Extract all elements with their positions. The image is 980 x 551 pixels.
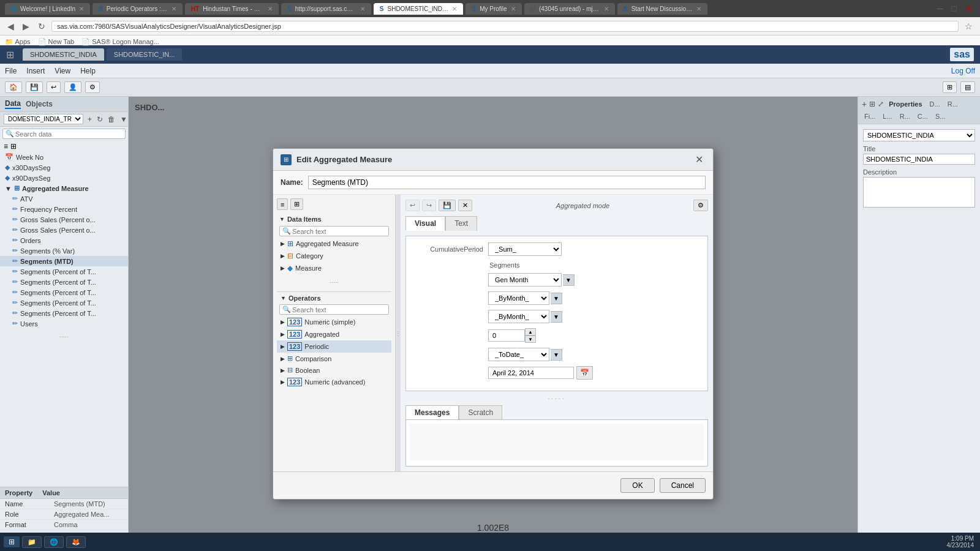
modal-op-comparison[interactable]: ▶ ⊞ Comparison xyxy=(277,353,391,364)
data-search-input[interactable] xyxy=(15,130,123,138)
browser-tab-2[interactable]: HT Hindustan Times - Brea... ✕ xyxy=(185,3,279,15)
tree-item-weekno[interactable]: 📅 Week No xyxy=(0,152,128,162)
right-panel-tab-c[interactable]: C... xyxy=(915,111,930,121)
panel-tab-objects[interactable]: Objects xyxy=(26,100,53,108)
right-panel-layout-btn[interactable]: ⊞ xyxy=(869,100,875,108)
right-panel-resize-btn[interactable]: ⤢ xyxy=(878,100,884,108)
right-panel-tab-l[interactable]: L... xyxy=(880,111,894,121)
toolbar-grid[interactable]: ⊞ xyxy=(943,81,957,93)
calendar-button[interactable]: 📅 xyxy=(576,366,593,380)
right-panel-select[interactable]: SHDOMESTIC_INDIA xyxy=(863,129,975,141)
number-input[interactable] xyxy=(488,329,525,342)
tree-item-x30[interactable]: ◆ x30DaysSeg xyxy=(0,162,128,173)
tree-item-users[interactable]: ✏ Users xyxy=(0,318,128,329)
date-input[interactable] xyxy=(488,367,574,379)
bookmark-sas[interactable]: 📄 SAS® Logon Manag... xyxy=(81,38,159,46)
tree-item-segpct1[interactable]: ✏ Segments (Percent of T... xyxy=(0,266,128,277)
menu-view[interactable]: View xyxy=(55,67,70,75)
right-panel-tab-s[interactable]: S... xyxy=(933,111,948,121)
tree-item-grosssales1[interactable]: ✏ Gross Sales (Percent o... xyxy=(0,214,128,225)
tree-item-orders[interactable]: ✏ Orders xyxy=(0,235,128,246)
menu-insert[interactable]: Insert xyxy=(26,67,45,75)
datasource-select[interactable]: DOMESTIC_INDIA_TRAN_LASR xyxy=(4,114,83,124)
close-window-button[interactable]: ✕ xyxy=(963,2,975,15)
modal-name-input[interactable] xyxy=(308,176,706,189)
modal-op-boolean[interactable]: ▶ ⊟ Boolean xyxy=(277,364,391,376)
maximize-button[interactable]: □ xyxy=(949,2,959,15)
browser-tab-5[interactable]: S My Profile ✕ xyxy=(466,3,521,15)
bymonth1-dropdown-btn[interactable]: ▼ xyxy=(551,293,562,304)
right-panel-tab-r2[interactable]: R... xyxy=(897,111,913,121)
panel-delete-btn[interactable]: 🗑 xyxy=(106,114,117,124)
number-increment-btn[interactable]: ▲ xyxy=(525,328,536,335)
modal-detail-view-btn[interactable]: ⊞ xyxy=(290,198,303,210)
resize-handle[interactable]: ⋮ xyxy=(396,195,401,471)
tab-close-7[interactable]: ✕ xyxy=(696,6,701,12)
tree-item-segpctvar[interactable]: ✏ Segments (% Var) xyxy=(0,246,128,256)
panel-tab-data[interactable]: Data xyxy=(5,99,21,109)
refresh-button[interactable]: ↻ xyxy=(36,20,48,32)
panel-filter-btn[interactable]: ▼ xyxy=(118,114,129,124)
desc-field-textarea[interactable] xyxy=(863,177,975,208)
modal-tree-agg-measure[interactable]: ▶ ⊞ Aggregated Measure xyxy=(277,238,391,250)
modal-redo-btn[interactable]: ↪ xyxy=(422,200,436,211)
right-panel-tab-r[interactable]: R... xyxy=(945,99,960,109)
modal-op-numeric-advanced[interactable]: ▶ 123 Numeric (advanced) xyxy=(277,376,391,388)
modal-undo-btn[interactable]: ↩ xyxy=(405,200,420,211)
menu-help[interactable]: Help xyxy=(80,67,96,75)
modal-ok-button[interactable]: OK xyxy=(620,478,654,493)
app-tab-1[interactable]: SHDOMESTIC_IN... xyxy=(107,48,183,61)
taskbar-firefox[interactable]: 🦊 xyxy=(66,536,86,548)
tree-item-segpct5[interactable]: ✏ Segments (Percent of T... xyxy=(0,308,128,318)
modal-tab-text[interactable]: Text xyxy=(445,216,477,231)
toolbar-save[interactable]: 💾 xyxy=(26,81,43,93)
browser-tab-7[interactable]: S Start New Discussion | ... ✕ xyxy=(617,3,707,15)
right-panel-tab-properties[interactable]: Properties xyxy=(886,99,924,109)
view-detail-btn[interactable]: ⊞ xyxy=(10,142,17,151)
modal-tab-visual[interactable]: Visual xyxy=(405,216,445,231)
gen-month-select[interactable]: Gen Month xyxy=(488,273,562,287)
messages-textarea[interactable] xyxy=(410,424,704,460)
tree-item-x90[interactable]: ◆ x90DaysSeg xyxy=(0,173,128,183)
tab-close-3[interactable]: ✕ xyxy=(360,6,365,12)
taskbar-file-manager[interactable]: 📁 xyxy=(22,536,42,548)
tree-item-grosssales2[interactable]: ✏ Gross Sales (Percent o... xyxy=(0,225,128,235)
bymonth2-select[interactable]: _ByMonth_ xyxy=(488,310,549,323)
url-bar[interactable]: sas.via.com:7980/SASVisualAnalyticsDesig… xyxy=(51,21,959,32)
browser-tab-0[interactable]: in Welcome! | LinkedIn ✕ xyxy=(5,3,90,15)
bottom-tab-messages[interactable]: Messages xyxy=(405,405,459,419)
bymonth2-dropdown-btn[interactable]: ▼ xyxy=(551,311,562,323)
browser-tab-3[interactable]: S http://support.sas.com... ✕ xyxy=(281,3,371,15)
taskbar-start-btn[interactable]: ⊞ xyxy=(4,536,20,547)
back-button[interactable]: ◀ xyxy=(5,20,17,32)
tab-close-4[interactable]: ✕ xyxy=(452,6,457,12)
tree-item-segmtd[interactable]: ✏ Segments (MTD) xyxy=(0,256,128,266)
title-field-input[interactable] xyxy=(863,154,975,165)
modal-search-input2[interactable] xyxy=(292,306,386,313)
modal-op-numeric-simple[interactable]: ▶ 123 Numeric (simple) xyxy=(277,316,391,328)
panel-refresh-btn[interactable]: ↻ xyxy=(95,114,105,124)
bookmark-apps[interactable]: 📁 Apps xyxy=(5,38,31,46)
modal-search-input1[interactable] xyxy=(292,228,386,235)
logout-button[interactable]: Log Off xyxy=(951,67,975,75)
forward-button[interactable]: ▶ xyxy=(20,20,32,32)
browser-tab-4[interactable]: S SHDOMESTIC_INDIA - S... ✕ xyxy=(374,3,464,15)
tab-close-5[interactable]: ✕ xyxy=(511,6,516,12)
taskbar-chrome[interactable]: 🌐 xyxy=(44,536,64,548)
right-panel-tab-fi[interactable]: Fi... xyxy=(862,111,878,121)
tab-close-6[interactable]: ✕ xyxy=(604,6,609,12)
star-button[interactable]: ☆ xyxy=(962,20,975,32)
modal-cancel-button[interactable]: Cancel xyxy=(660,478,706,493)
tree-item-freqpct[interactable]: ✏ Frequency Percent xyxy=(0,204,128,214)
panel-add-btn[interactable]: + xyxy=(86,114,94,124)
toolbar-users[interactable]: 👤 xyxy=(64,81,81,93)
app-tab-0[interactable]: SHDOMESTIC_INDIA xyxy=(23,48,104,61)
sum-select[interactable]: _Sum_ xyxy=(488,242,562,256)
right-panel-tab-d[interactable]: D... xyxy=(927,99,943,109)
tree-item-atv[interactable]: ✏ ATV xyxy=(0,193,128,204)
bookmark-newtab[interactable]: 📄 New Tab xyxy=(38,38,75,46)
tree-group-agg[interactable]: ▼ ⊞ Aggregated Measure xyxy=(0,183,128,193)
bottom-tab-scratch[interactable]: Scratch xyxy=(459,405,502,419)
bymonth1-select[interactable]: _ByMonth_ xyxy=(488,291,549,305)
minimize-button[interactable]: ─ xyxy=(935,2,946,15)
